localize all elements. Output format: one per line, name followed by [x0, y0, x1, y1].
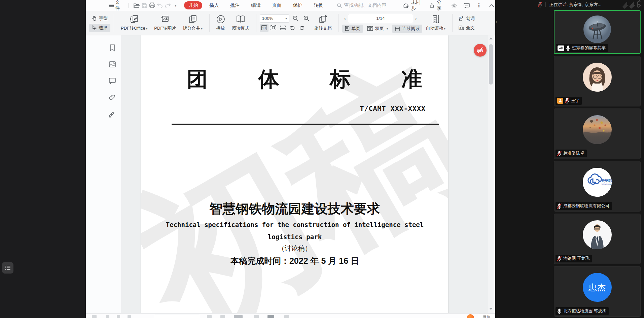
window-arrows-decoration	[620, 0, 643, 9]
participant-name: 王宇	[571, 98, 579, 104]
status-icon[interactable]	[234, 315, 243, 318]
hamburger-menu-icon[interactable]	[107, 1, 115, 9]
divider	[128, 3, 129, 8]
participant-tile[interactable]: 忠杰 北方恒达物流园 韩忠杰	[554, 266, 641, 317]
signature-icon[interactable]	[109, 110, 116, 118]
search-input[interactable]: 查找功能、文档内容	[337, 2, 394, 8]
word-translate-icon: a	[459, 16, 464, 21]
play-icon	[216, 15, 225, 24]
hand-tool-label: 手型	[99, 15, 108, 22]
pdf-to-office-button[interactable]: PDF转Office▾	[117, 11, 151, 35]
self-mic-muted-icon[interactable]	[538, 2, 542, 7]
ribbon-toolbar: 手型 选择 PDF转Office▾ PDF转图片 拆分合并▾ 播放 阅读模	[86, 11, 495, 35]
pdf-to-image-button[interactable]: PDF转图片	[151, 11, 179, 35]
status-icon[interactable]	[106, 315, 109, 318]
continuous-read-label: 连续阅读	[402, 26, 420, 32]
status-icon[interactable]	[207, 315, 212, 318]
more-options-icon[interactable]: ⋮	[475, 1, 483, 9]
rotate-document-button[interactable]: 旋转文档	[311, 11, 335, 35]
wechat-taskbar-item[interactable]: 微信	[479, 314, 494, 318]
panel-expand-arrow[interactable]: ›	[496, 19, 497, 24]
status-icon[interactable]	[117, 315, 120, 318]
tab-page[interactable]: 页面	[267, 1, 286, 9]
double-page-button[interactable]: 双页▾	[364, 25, 391, 33]
document-canvas[interactable]: 初稿 团 体 标 准 T/CAMT XXX-XXXX 智慧钢铁物流园建设技术要求…	[122, 35, 489, 313]
tab-edit[interactable]: 编辑	[247, 1, 265, 9]
sync-status-button[interactable]: 未同步	[403, 0, 425, 11]
play-button[interactable]: 播放	[213, 11, 228, 35]
collapse-ribbon-icon[interactable]	[488, 1, 495, 9]
fit-page-button[interactable]	[269, 24, 278, 32]
participant-tile[interactable]: 贺宗春的屏幕共享	[554, 10, 641, 54]
fit-width-button[interactable]	[279, 24, 287, 32]
tab-comment[interactable]: 批注	[226, 1, 244, 9]
status-icon[interactable]	[128, 315, 131, 318]
rotate-right-icon[interactable]	[297, 24, 306, 32]
participant-tile[interactable]: 标准委陈卓	[554, 108, 641, 159]
status-icon[interactable]	[220, 315, 225, 318]
rotate-left-icon[interactable]	[288, 24, 297, 32]
page-indicator-input[interactable]	[348, 14, 413, 23]
cursor-tools-group: 手型 选择	[89, 11, 110, 35]
cloud-sync-icon	[403, 3, 409, 8]
scrollbar-thumb[interactable]	[489, 44, 493, 85]
file-menu[interactable]: 文件	[115, 0, 124, 11]
toolbar-options-caret-icon[interactable]: ▾	[172, 1, 179, 9]
prev-page-button[interactable]: ‹	[342, 15, 348, 21]
continuous-read-button[interactable]: 连续阅读	[392, 25, 422, 33]
bookmark-icon[interactable]	[109, 44, 116, 52]
full-translate-button[interactable]: a 全文	[456, 24, 477, 32]
image-panel-icon[interactable]	[109, 61, 116, 68]
tab-convert[interactable]: 转换	[309, 1, 327, 9]
scroll-up-arrow[interactable]	[489, 37, 493, 39]
status-icon[interactable]	[254, 315, 259, 318]
word-translate-button[interactable]: a 划词	[456, 14, 477, 23]
read-mode-button[interactable]: 阅读模式	[228, 11, 253, 35]
attachment-icon[interactable]	[109, 94, 116, 101]
share-button[interactable]: 分享	[429, 0, 445, 11]
auto-scroll-button[interactable]: 自动滚动▾	[422, 11, 449, 35]
comment-panel-icon[interactable]	[109, 77, 116, 85]
single-page-button[interactable]: 单页	[342, 25, 363, 33]
participant-tile[interactable]: 王宇	[554, 56, 641, 106]
status-icon[interactable]	[92, 315, 97, 318]
participant-tile[interactable]: 云钢联YUNGANGLIAN 成都云钢联物流有限公司	[554, 161, 641, 212]
participant-avatar: 云钢联YUNGANGLIAN	[583, 168, 612, 197]
participant-tile[interactable]: 淘钢网 王龙飞	[554, 214, 641, 264]
zoom-level-select[interactable]: 100% ▾	[260, 14, 289, 23]
tab-home[interactable]: 开始	[184, 1, 202, 9]
settings-gear-icon[interactable]	[450, 1, 458, 9]
wechat-label: 微信	[483, 315, 490, 318]
save-icon[interactable]	[140, 1, 148, 9]
status-input[interactable]	[155, 315, 199, 318]
select-tool-button[interactable]: 选择	[89, 24, 110, 32]
zoom-out-button[interactable]	[291, 14, 300, 23]
split-merge-button[interactable]: 拆分合并▾	[179, 11, 206, 35]
print-icon[interactable]	[148, 1, 156, 9]
open-file-icon[interactable]	[133, 1, 140, 9]
status-icon[interactable]	[267, 315, 274, 318]
mic-muted-icon	[557, 151, 562, 156]
next-page-button[interactable]: ›	[413, 15, 419, 21]
ribbon-tabs: 开始 插入 批注 编辑 页面 保护 转换	[184, 1, 327, 9]
status-icon[interactable]	[284, 315, 289, 318]
tab-protect[interactable]: 保护	[288, 1, 307, 9]
browser-taskbar-icon[interactable]	[467, 314, 474, 318]
vertical-scrollbar[interactable]	[488, 35, 494, 313]
translate-float-badge[interactable]: EN	[474, 44, 487, 57]
actual-size-button[interactable]: 1:1	[260, 24, 269, 32]
single-page-icon	[345, 26, 350, 31]
outline-panel-button[interactable]	[2, 262, 13, 274]
tab-insert[interactable]: 插入	[205, 1, 223, 9]
mic-on-icon	[557, 309, 562, 314]
pdf-to-office-label: PDF转Office▾	[121, 25, 147, 31]
participant-name: 淘钢网 王龙飞	[563, 256, 589, 261]
scroll-down-arrow[interactable]	[489, 308, 493, 310]
undo-icon[interactable]	[156, 1, 164, 9]
participant-name: 成都云钢联物流有限公司	[563, 203, 610, 209]
hand-tool-button[interactable]: 手型	[89, 14, 110, 23]
zoom-in-button[interactable]	[302, 14, 311, 23]
redo-icon[interactable]	[164, 1, 172, 9]
page-navigation-group: ‹ › 单页 双页▾ 连续阅读	[342, 11, 423, 35]
feedback-comment-icon[interactable]	[463, 1, 470, 9]
